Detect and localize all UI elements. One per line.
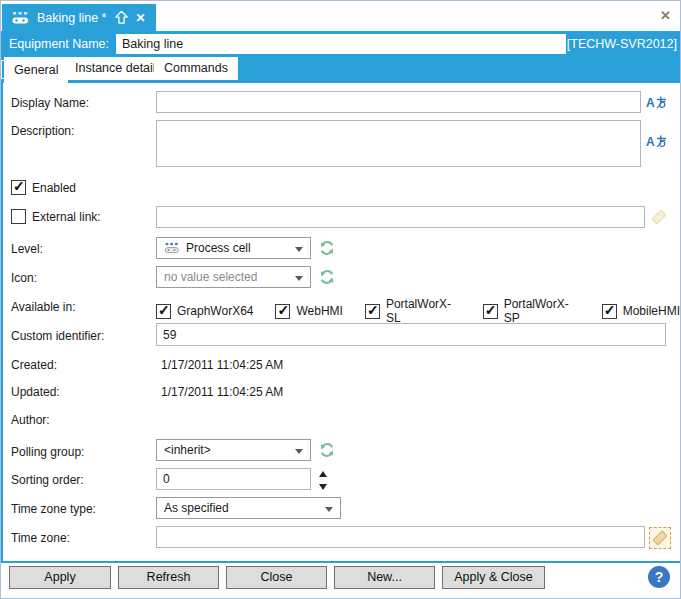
time-zone-label: Time zone:	[11, 531, 70, 545]
time-zone-type-label: Time zone type:	[11, 502, 96, 516]
level-value: Process cell	[186, 241, 251, 255]
document-tab-close-icon[interactable]: ✕	[136, 11, 146, 25]
icon-value: no value selected	[164, 270, 257, 284]
float-up-icon[interactable]	[114, 10, 129, 25]
available-in-group: GraphWorX64 WebHMI PortalWorX-SL PortalW…	[156, 297, 680, 325]
polling-group-label: Polling group:	[11, 445, 84, 459]
equipment-name-bar: Equipment Name: [TECHW-SVR2012]	[1, 31, 681, 57]
chevron-down-icon	[295, 449, 303, 454]
created-value: 1/17/2011 11:04:25 AM	[161, 358, 283, 372]
availability-checkbox-portalworx-sp[interactable]: PortalWorX-SP	[483, 297, 580, 325]
display-name-input[interactable]	[156, 91, 641, 113]
svg-text:A: A	[646, 96, 655, 109]
availability-checkbox-graphworx64[interactable]: GraphWorX64	[156, 297, 253, 325]
level-label: Level:	[11, 242, 43, 256]
apply-and-close-button[interactable]: Apply & Close	[442, 566, 545, 589]
availability-label: GraphWorX64	[177, 304, 253, 318]
spinner-up-icon[interactable]	[317, 469, 329, 478]
checkbox-box	[483, 304, 498, 319]
process-cell-icon	[11, 11, 30, 25]
checkbox-box	[11, 180, 26, 195]
checkbox-box	[365, 304, 380, 319]
tag-icon[interactable]	[649, 527, 671, 549]
time-zone-type-dropdown[interactable]: As specified	[156, 497, 341, 519]
spinner-down-icon[interactable]	[317, 482, 329, 491]
localize-icon[interactable]: A	[646, 96, 668, 109]
available-in-label: Available in:	[11, 300, 76, 314]
refresh-icon[interactable]	[319, 442, 335, 458]
localize-icon[interactable]: A	[646, 135, 668, 148]
external-link-checkbox[interactable]: External link:	[11, 209, 101, 224]
new-button[interactable]: New...	[334, 566, 435, 589]
description-label: Description:	[11, 124, 74, 138]
availability-checkbox-mobilehmi[interactable]: MobileHMI	[602, 297, 680, 325]
equipment-name-label: Equipment Name:	[9, 37, 109, 51]
availability-checkbox-portalworx-sl[interactable]: PortalWorX-SL	[365, 297, 461, 325]
updated-label: Updated:	[11, 385, 60, 399]
document-tab[interactable]: Baking line * ✕	[2, 4, 156, 31]
refresh-button[interactable]: Refresh	[118, 566, 219, 589]
window-close-icon[interactable]: ✕	[660, 8, 671, 24]
equipment-name-input[interactable]	[116, 34, 566, 54]
time-zone-input[interactable]	[156, 526, 645, 548]
equipment-properties-window: Baking line * ✕ ✕ Equipment Name: [TECHW…	[0, 0, 681, 599]
icon-label: Icon:	[11, 271, 37, 285]
enabled-label: Enabled	[32, 181, 76, 195]
time-zone-type-value: As specified	[164, 501, 229, 515]
chevron-down-icon	[295, 247, 303, 252]
tag-icon[interactable]	[650, 208, 668, 226]
polling-group-dropdown[interactable]: <inherit>	[156, 439, 311, 461]
document-tab-title: Baking line *	[37, 11, 107, 25]
refresh-icon[interactable]	[319, 240, 335, 256]
description-input[interactable]	[156, 120, 641, 167]
chevron-down-icon	[295, 276, 303, 281]
updated-value: 1/17/2011 11:04:25 AM	[161, 385, 283, 399]
checkbox-box	[156, 304, 171, 319]
polling-group-value: <inherit>	[164, 443, 211, 457]
custom-identifier-label: Custom identifier:	[11, 329, 104, 343]
server-name: [TECHW-SVR2012]	[567, 37, 677, 51]
refresh-icon[interactable]	[319, 269, 335, 285]
svg-text:A: A	[646, 135, 655, 148]
external-link-label: External link:	[32, 210, 101, 224]
tab-general[interactable]: General	[4, 57, 68, 83]
help-button[interactable]: ?	[648, 566, 670, 588]
checkbox-box	[11, 209, 26, 224]
sorting-order-input[interactable]	[156, 468, 311, 490]
checkbox-box	[275, 304, 290, 319]
availability-label: WebHMI	[296, 304, 342, 318]
availability-label: PortalWorX-SL	[386, 297, 461, 325]
created-label: Created:	[11, 358, 57, 372]
availability-label: MobileHMI	[623, 304, 680, 318]
custom-identifier-input[interactable]	[156, 323, 666, 346]
enabled-checkbox[interactable]: Enabled	[11, 180, 76, 195]
external-link-input[interactable]	[156, 206, 645, 228]
apply-button[interactable]: Apply	[9, 566, 111, 589]
display-name-label: Display Name:	[11, 96, 89, 110]
process-cell-icon	[164, 242, 180, 254]
availability-checkbox-webhmi[interactable]: WebHMI	[275, 297, 342, 325]
sorting-order-label: Sorting order:	[11, 473, 84, 487]
author-label: Author:	[11, 413, 50, 427]
level-dropdown[interactable]: Process cell	[156, 237, 311, 259]
checkbox-box	[602, 304, 617, 319]
close-button[interactable]: Close	[226, 566, 327, 589]
chevron-down-icon	[325, 507, 333, 512]
icon-dropdown[interactable]: no value selected	[156, 266, 311, 288]
availability-label: PortalWorX-SP	[504, 297, 580, 325]
tab-commands[interactable]: Commands	[154, 57, 238, 80]
